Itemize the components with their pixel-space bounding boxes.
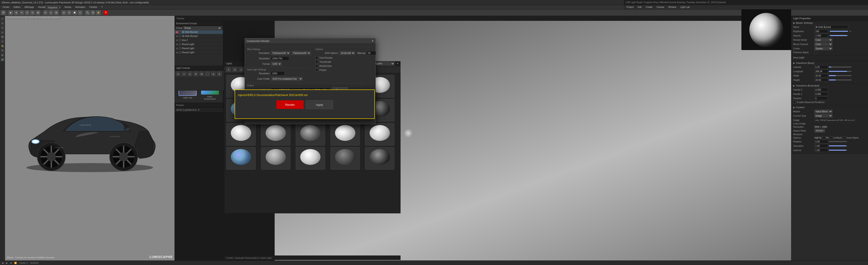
pd-apply-button[interactable]: Apply xyxy=(306,100,333,109)
bottom-btn-2[interactable]: ▶ xyxy=(5,262,8,264)
brightness-slider[interactable] xyxy=(830,31,848,32)
toolbar-btn-12[interactable]: 🔲 xyxy=(72,10,77,15)
studio-thumb-19[interactable] xyxy=(331,147,360,170)
tool-move[interactable]: ✛ xyxy=(0,21,4,25)
cr-thumbnails-check[interactable] xyxy=(315,60,318,63)
light-eye-5[interactable] xyxy=(179,51,181,54)
rotation2-slider[interactable] xyxy=(829,141,847,142)
height-slider[interactable] xyxy=(829,79,851,80)
cr-fast-preview-check[interactable] xyxy=(315,56,318,59)
toolbar-btn-3[interactable]: ✦ xyxy=(19,10,24,15)
toolbar-btn-16[interactable]: ⚡ xyxy=(96,10,101,15)
ls-menu-window[interactable]: Window xyxy=(666,5,678,9)
lc-icon-3[interactable]: ◎ xyxy=(187,71,192,76)
toolbar-btn-2[interactable]: ⊕ xyxy=(14,10,19,15)
render-mode-select[interactable]: Color xyxy=(814,38,833,42)
cr-map-type-select[interactable]: PatchworkJD xyxy=(291,51,311,55)
menu-edition[interactable]: Edition xyxy=(12,5,22,9)
light-item-1[interactable]: 3k Hole Burned xyxy=(175,34,223,38)
lc-icon-1[interactable]: ⊕ xyxy=(176,71,181,76)
invert-alpha-checkbox[interactable] xyxy=(843,136,846,139)
menu-animation[interactable]: Animation xyxy=(73,5,87,9)
light-eye-0[interactable] xyxy=(179,31,181,33)
ls-menu-edit[interactable]: Edit xyxy=(636,5,643,9)
toolbar-btn-1[interactable]: ▶ xyxy=(8,10,13,15)
bottom-btn-4[interactable]: ⏩ xyxy=(13,262,18,264)
light-eye-4[interactable] xyxy=(179,47,181,50)
menu-help[interactable]: ? xyxy=(99,5,104,9)
toolbar-btn-5[interactable]: ⊙ xyxy=(30,10,35,15)
longitude-input[interactable] xyxy=(814,70,828,73)
cr-renderview-check[interactable] xyxy=(315,64,318,67)
lc-icon-7[interactable]: ◈ xyxy=(211,71,216,76)
gamma-slider[interactable] xyxy=(829,150,847,151)
ls-menu-create[interactable]: Create xyxy=(644,5,654,9)
blend-channel-select[interactable]: Color xyxy=(814,42,833,46)
lc-icon-6[interactable]: ⋮⋮ xyxy=(205,71,210,76)
studio-toggle-3[interactable]: ◎ xyxy=(239,67,244,72)
unmipify-checkbox[interactable] xyxy=(830,136,832,139)
ls-menu-canvas[interactable]: Canvas xyxy=(655,5,666,9)
opacity-input[interactable] xyxy=(814,34,828,37)
studio-thumb-16[interactable] xyxy=(226,147,256,170)
menu-fichier[interactable]: Fichier xyxy=(1,5,11,9)
studio-thumb-18[interactable] xyxy=(296,147,325,170)
studio-toggle-2[interactable]: ⊕ xyxy=(232,67,237,72)
toolbar-btn-6[interactable]: ⊠ xyxy=(35,10,40,15)
light-eye-3[interactable] xyxy=(179,43,181,46)
tool-rotate[interactable]: ↻ xyxy=(0,26,4,30)
advanced-checkbox[interactable] xyxy=(793,101,796,104)
bottom-btn-1[interactable]: ◀ xyxy=(1,262,4,264)
value-blend-select[interactable]: Value Blend xyxy=(814,110,833,113)
tool-measure[interactable]: 📏 xyxy=(0,44,4,48)
name-input[interactable] xyxy=(814,25,848,29)
gamma-input[interactable] xyxy=(814,148,828,152)
toolbar-render-btn[interactable]: R xyxy=(103,10,108,15)
pd-render-button[interactable]: Render xyxy=(276,100,304,109)
toolbar-btn-15[interactable]: ⚙ xyxy=(90,10,95,15)
saturation-slider[interactable] xyxy=(829,145,847,146)
rotation-input[interactable] xyxy=(814,97,828,100)
cr-orientation-select[interactable]: PatchworkJD xyxy=(271,51,290,55)
height-input[interactable] xyxy=(814,78,828,82)
latitude-input[interactable] xyxy=(814,65,828,69)
image-input[interactable] xyxy=(814,118,855,122)
toolbar-btn-4[interactable]: ↺ xyxy=(25,10,30,15)
saturation-input[interactable] xyxy=(814,144,828,148)
toolbar-btn-11[interactable]: ✕ xyxy=(67,10,72,15)
cr-exr-select[interactable]: 16-bit half xyxy=(339,51,355,55)
tool-camera[interactable]: 📷 xyxy=(0,35,4,39)
light-item-0[interactable]: 3k Hole Burned xyxy=(175,30,223,34)
preview-dropdown-icon[interactable]: ▼ xyxy=(197,109,200,111)
tool-view[interactable]: 👁 xyxy=(0,49,4,53)
studio-thumb-12[interactable] xyxy=(261,123,290,145)
ls-menu-lightlab[interactable]: Light Lab xyxy=(679,5,691,9)
menu-rendu[interactable]: Rendu xyxy=(63,5,73,9)
3d-viewport[interactable]: Freie Camera • #xGE • état non configura… xyxy=(5,16,175,261)
tool-grid[interactable]: ⊞ xyxy=(0,53,4,57)
snapshot-tab[interactable]: Snapshot xyxy=(45,5,60,9)
toolbar-btn-7[interactable]: ⟳ xyxy=(43,10,48,15)
restore-button[interactable]: Restore xyxy=(814,129,825,132)
tool-scale[interactable]: ⇔ xyxy=(0,30,4,34)
tool-light[interactable]: ☀ xyxy=(0,39,4,44)
light-item-3[interactable]: Round Light xyxy=(175,42,223,47)
group-select[interactable]: Group xyxy=(183,26,221,30)
width-slider[interactable] xyxy=(829,75,851,76)
studio-thumb-17[interactable] xyxy=(261,147,290,170)
bottom-btn-3[interactable]: ■ xyxy=(9,262,12,264)
studio-thumb-14[interactable] xyxy=(331,123,360,145)
cr-mipmap-input[interactable] xyxy=(367,51,376,55)
lc-icon-2[interactable]: ⊙ xyxy=(182,71,186,76)
light-eye-2[interactable] xyxy=(179,39,181,42)
menu-fenetre[interactable]: Fenêtre xyxy=(88,5,99,9)
longitude-slider[interactable] xyxy=(829,71,851,72)
studio-thumb-15[interactable] xyxy=(365,123,395,145)
lc-icon-5[interactable]: ⊠ xyxy=(199,71,204,76)
toolbar-matter-btn[interactable]: M xyxy=(1,10,6,15)
lc-icon-4[interactable]: ⊞ xyxy=(193,71,198,76)
handle0-input[interactable] xyxy=(814,88,828,91)
px-checkbox[interactable] xyxy=(823,136,825,139)
cr-project-check[interactable] xyxy=(315,69,318,71)
cooler-select[interactable]: Square xyxy=(814,47,833,50)
